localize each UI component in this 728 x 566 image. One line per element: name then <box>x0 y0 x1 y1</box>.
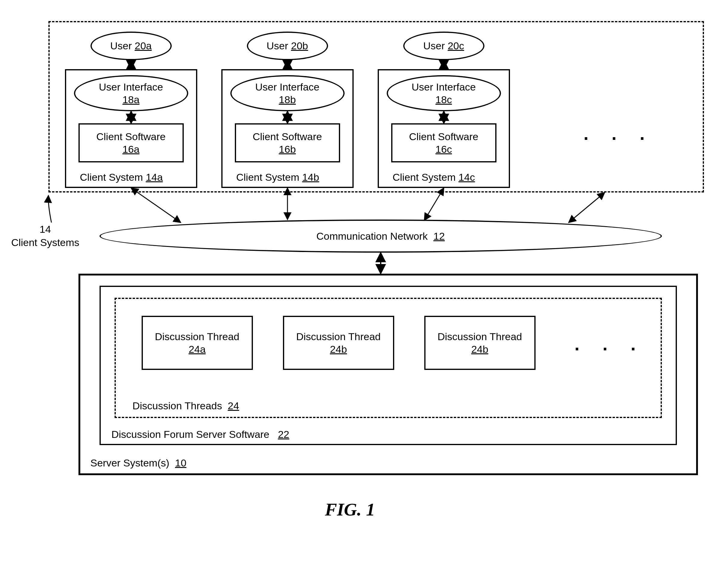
forum-sw-label: Discussion Forum Server Software 22 <box>112 429 289 440</box>
sw-c-box: Client Software16c <box>391 123 496 162</box>
ui-a-label: User Interface <box>99 81 163 93</box>
user-b-label: User <box>267 40 288 51</box>
user-a-ref: 20a <box>135 40 152 51</box>
ui-c-label: User Interface <box>412 81 476 93</box>
user-c-label: User <box>423 40 445 51</box>
user-b-ellipse: User 20b <box>247 32 328 60</box>
user-c-ref: 20c <box>448 40 464 51</box>
ui-c-ref: 18c <box>435 94 452 105</box>
sw-a-box: Client Software16a <box>78 123 184 162</box>
thread-b-ref: 24b <box>330 343 347 355</box>
thread-c-ref: 24b <box>471 343 488 355</box>
ui-a-ref: 18a <box>122 94 140 105</box>
ui-a-ellipse: User Interface18a <box>74 75 188 111</box>
diagram-canvas: User 20a User Interface18a Client Softwa… <box>12 12 716 553</box>
user-a-ellipse: User 20a <box>91 32 172 60</box>
threads-group-label: Discussion Threads 24 <box>133 400 239 412</box>
figure-caption: FIG. 1 <box>325 499 375 520</box>
ui-b-ref: 18b <box>279 94 296 105</box>
sw-a-label: Client Software <box>96 131 166 142</box>
user-a-label: User <box>110 40 132 51</box>
sw-b-ref: 16b <box>279 143 296 155</box>
sw-a-ref: 16a <box>122 143 140 155</box>
thread-b-label: Discussion Thread <box>296 331 381 342</box>
threads-ellipsis: . . . <box>575 334 645 355</box>
ui-c-ellipse: User Interface18c <box>387 75 501 111</box>
thread-a-box: Discussion Thread24a <box>142 316 253 370</box>
communication-network-ellipse: Communication Network 12 <box>100 220 662 253</box>
svg-line-8 <box>424 188 444 220</box>
sw-c-ref: 16c <box>435 143 452 155</box>
sw-c-label: Client Software <box>409 131 478 142</box>
clients-ellipsis: . . . <box>584 123 654 144</box>
user-c-ellipse: User 20c <box>403 32 484 60</box>
server-system-label: Server System(s) 10 <box>91 457 186 469</box>
ui-b-ellipse: User Interface18b <box>230 75 345 111</box>
network-label: Communication Network <box>316 230 428 242</box>
user-b-ref: 20b <box>291 40 308 51</box>
client-b-sys-label: Client System 14b <box>236 171 319 183</box>
thread-a-label: Discussion Thread <box>155 331 239 342</box>
thread-c-label: Discussion Thread <box>438 331 522 342</box>
client-c-sys-label: Client System 14c <box>393 171 475 183</box>
thread-a-ref: 24a <box>189 343 206 355</box>
sw-b-box: Client Software16b <box>235 123 340 162</box>
svg-line-6 <box>131 188 181 223</box>
client-a-sys-label: Client System 14a <box>80 171 163 183</box>
ui-b-label: User Interface <box>255 81 320 93</box>
client-systems-side-label: 14 Client Systems <box>6 223 84 249</box>
svg-line-9 <box>569 192 605 223</box>
thread-c-box: Discussion Thread24b <box>424 316 536 370</box>
network-ref: 12 <box>433 230 445 242</box>
sw-b-label: Client Software <box>253 131 322 142</box>
thread-b-box: Discussion Thread24b <box>283 316 394 370</box>
